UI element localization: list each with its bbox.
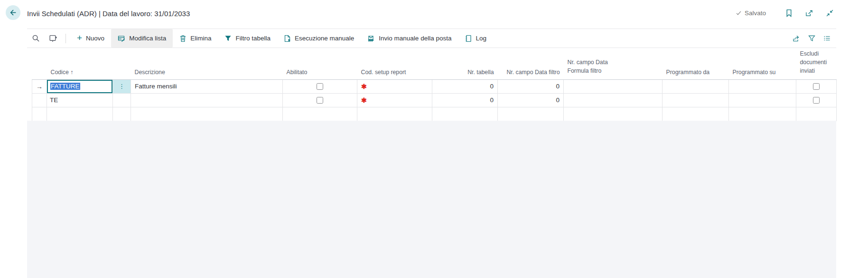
nr-campo-data-filtro-cell[interactable] — [498, 107, 564, 121]
popout-icon[interactable] — [805, 9, 813, 17]
content-background-well — [27, 121, 836, 278]
action-label: Log — [476, 35, 486, 42]
edit-list-icon — [118, 35, 125, 42]
escludi-checkbox[interactable] — [813, 97, 820, 104]
codice-selected-text: FATTURE — [50, 83, 80, 90]
table-row-empty — [32, 107, 837, 121]
action-label: Invio manuale della posta — [379, 35, 451, 42]
back-button[interactable] — [6, 5, 20, 20]
action-log[interactable]: Log — [458, 29, 493, 48]
page-title: Invii Schedulati (ADR) | Data del lavoro… — [27, 10, 190, 18]
column-header-abilitato[interactable]: Abilitato — [283, 48, 357, 79]
cod-setup-report-cell[interactable]: ✱ — [357, 93, 432, 107]
nr-campo-data-filtro-cell[interactable]: 0 — [498, 79, 564, 93]
table-row: → FATTURE ⋮ Fatture mensili ✱ 0 0 — [32, 79, 837, 93]
assist-edit-button[interactable]: ⋮ — [113, 79, 131, 93]
table-row: TE ✱ 0 0 — [32, 93, 837, 107]
log-icon — [465, 35, 472, 42]
required-asterisk-icon: ✱ — [361, 83, 367, 90]
action-label: Nuovo — [86, 35, 104, 42]
escludi-checkbox[interactable] — [813, 83, 820, 90]
programmato-da-cell[interactable] — [663, 79, 729, 93]
action-label: Filtro tabella — [235, 35, 271, 42]
action-toolbar: + Nuovo Modifica lista Elimina — [27, 29, 836, 48]
column-header-cod-setup-report[interactable]: Cod. setup report — [357, 48, 432, 79]
programmato-su-cell[interactable] — [729, 79, 796, 93]
codice-cell[interactable]: TE — [47, 93, 113, 107]
programmato-su-cell[interactable] — [729, 107, 796, 121]
save-status: Salvato — [736, 10, 766, 17]
column-header-escludi-documenti-inviati[interactable]: Escludi documenti inviati — [796, 48, 837, 79]
filter-icon[interactable] — [804, 35, 819, 42]
codice-cell[interactable] — [47, 107, 113, 121]
nr-tabella-cell[interactable] — [432, 107, 498, 121]
escludi-documenti-inviati-cell[interactable] — [796, 93, 837, 107]
bookmark-icon[interactable] — [785, 9, 793, 17]
programmato-da-cell[interactable] — [663, 93, 729, 107]
action-invio-manuale-posta[interactable]: Invio manuale della posta — [361, 29, 458, 48]
column-header-programmato-da[interactable]: Programmato da — [663, 48, 729, 79]
action-label: Modifica lista — [129, 35, 166, 42]
action-nuovo[interactable]: + Nuovo — [70, 29, 111, 48]
column-header-selector — [32, 48, 47, 79]
escludi-documenti-inviati-cell[interactable] — [796, 79, 837, 93]
filter-filled-icon — [224, 35, 232, 42]
descrizione-cell[interactable] — [131, 107, 283, 121]
escludi-documenti-inviati-cell[interactable] — [796, 107, 837, 121]
sort-ascending-icon: ↑ — [70, 69, 73, 76]
nr-tabella-cell[interactable]: 0 — [432, 79, 498, 93]
column-header-nr-campo-data-formula-filtro[interactable]: Nr. campo Data Formula filtro — [564, 48, 663, 79]
abilitato-checkbox[interactable] — [317, 97, 323, 104]
assist-cell — [113, 93, 131, 107]
column-header-nr-tabella[interactable]: Nr. tabella — [432, 48, 498, 79]
plus-icon: + — [77, 33, 82, 42]
mail-send-icon — [367, 35, 375, 42]
titlebar-right-cluster: Salvato — [736, 9, 834, 17]
programmato-da-cell[interactable] — [663, 107, 729, 121]
cod-setup-report-cell[interactable]: ✱ — [357, 79, 432, 93]
required-asterisk-icon: ✱ — [361, 96, 367, 104]
check-icon — [736, 10, 742, 16]
descrizione-cell[interactable] — [131, 93, 283, 107]
nr-campo-data-formula-filtro-cell[interactable] — [564, 79, 663, 93]
abilitato-cell[interactable] — [283, 93, 357, 107]
column-header-codice[interactable]: Codice ↑ — [47, 48, 131, 79]
save-status-label: Salvato — [745, 10, 766, 17]
trash-icon — [179, 35, 187, 42]
analyze-icon[interactable] — [44, 29, 61, 48]
scheduled-sends-table: Codice ↑ Descrizione Abilitato Cod. setu… — [32, 48, 836, 121]
nr-tabella-cell[interactable]: 0 — [432, 93, 498, 107]
cod-setup-report-cell[interactable] — [357, 107, 432, 121]
nr-campo-data-formula-filtro-cell[interactable] — [564, 93, 663, 107]
codice-input[interactable]: FATTURE — [47, 80, 112, 93]
assist-cell — [113, 107, 131, 121]
row-selector-cell[interactable]: → — [32, 79, 47, 93]
abilitato-checkbox[interactable] — [317, 83, 323, 90]
nr-campo-data-formula-filtro-cell[interactable] — [564, 107, 663, 121]
abilitato-cell[interactable] — [283, 107, 357, 121]
programmato-su-cell[interactable] — [729, 93, 796, 107]
action-elimina[interactable]: Elimina — [173, 29, 218, 48]
toolbar-separator — [65, 34, 66, 43]
column-header-nr-campo-data-filtro[interactable]: Nr. campo Data filtro — [498, 48, 564, 79]
action-modifica-lista[interactable]: Modifica lista — [111, 29, 173, 48]
list-icon[interactable] — [819, 35, 834, 42]
action-label: Esecuzione manuale — [295, 35, 354, 42]
search-icon[interactable] — [27, 29, 44, 48]
table-header-row: Codice ↑ Descrizione Abilitato Cod. setu… — [32, 48, 837, 79]
codice-cell[interactable]: FATTURE — [47, 79, 113, 93]
descrizione-cell[interactable]: Fatture mensili — [131, 79, 283, 93]
collapse-icon[interactable] — [826, 9, 834, 17]
action-label: Elimina — [190, 35, 211, 42]
action-esecuzione-manuale[interactable]: Esecuzione manuale — [277, 29, 361, 48]
toolbar-right-icons — [789, 35, 836, 42]
nr-campo-data-filtro-cell[interactable]: 0 — [498, 93, 564, 107]
abilitato-cell[interactable] — [283, 79, 357, 93]
column-header-descrizione[interactable]: Descrizione — [131, 48, 283, 79]
share-icon[interactable] — [789, 35, 804, 42]
column-header-programmato-su[interactable]: Programmato su — [729, 48, 796, 79]
row-selector-cell[interactable] — [32, 107, 47, 121]
row-selector-cell[interactable] — [32, 93, 47, 107]
action-filtro-tabella[interactable]: Filtro tabella — [218, 29, 277, 48]
run-icon — [284, 35, 291, 42]
